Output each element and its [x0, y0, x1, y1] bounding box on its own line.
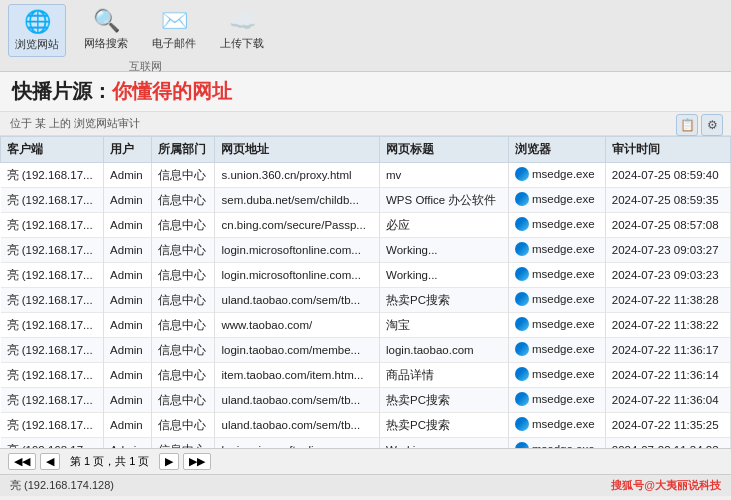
- toolbar-item-browse-website[interactable]: 🌐 浏览网站: [8, 4, 66, 57]
- cell-time: 2024-07-22 11:38:22: [605, 313, 730, 338]
- table-row[interactable]: 亮 (192.168.17...Admin信息中心uland.taobao.co…: [1, 288, 731, 313]
- cell-time: 2024-07-22 11:38:28: [605, 288, 730, 313]
- col-title: 网页标题: [380, 137, 509, 163]
- browser-name: msedge.exe: [532, 368, 595, 380]
- browser-cell-content: msedge.exe: [515, 217, 595, 231]
- cell-client: 亮 (192.168.17...: [1, 213, 104, 238]
- cell-time: 2024-07-25 08:59:40: [605, 163, 730, 188]
- cell-browser: msedge.exe: [508, 438, 605, 449]
- cell-title: Working...: [380, 438, 509, 449]
- col-dept: 所属部门: [151, 137, 215, 163]
- browse-website-icon: 🌐: [24, 9, 51, 35]
- table-row[interactable]: 亮 (192.168.17...Admin信息中心login.microsoft…: [1, 263, 731, 288]
- cell-client: 亮 (192.168.17...: [1, 238, 104, 263]
- page-title-prefix: 快播片源：: [12, 80, 112, 102]
- cell-dept: 信息中心: [151, 338, 215, 363]
- table-row[interactable]: 亮 (192.168.17...Admin信息中心s.union.360.cn/…: [1, 163, 731, 188]
- cell-user: Admin: [104, 338, 152, 363]
- table-row[interactable]: 亮 (192.168.17...Admin信息中心login.microsoft…: [1, 438, 731, 449]
- cell-url: login.taobao.com/membe...: [215, 338, 380, 363]
- page-header: 快播片源：你懂得的网址: [0, 72, 731, 112]
- control-btn-2[interactable]: ⚙: [701, 114, 723, 136]
- cell-browser: msedge.exe: [508, 188, 605, 213]
- cell-user: Admin: [104, 363, 152, 388]
- cell-user: Admin: [104, 388, 152, 413]
- table-row[interactable]: 亮 (192.168.17...Admin信息中心item.taobao.com…: [1, 363, 731, 388]
- table-body: 亮 (192.168.17...Admin信息中心s.union.360.cn/…: [1, 163, 731, 449]
- cell-browser: msedge.exe: [508, 238, 605, 263]
- col-time: 审计时间: [605, 137, 730, 163]
- cell-browser: msedge.exe: [508, 413, 605, 438]
- cell-client: 亮 (192.168.17...: [1, 338, 104, 363]
- pagination-last[interactable]: ▶▶: [183, 453, 211, 470]
- cell-dept: 信息中心: [151, 363, 215, 388]
- cell-url: uland.taobao.com/sem/tb...: [215, 288, 380, 313]
- table-row[interactable]: 亮 (192.168.17...Admin信息中心uland.taobao.co…: [1, 388, 731, 413]
- toolbar-item-browse-website-label: 浏览网站: [15, 37, 59, 52]
- edge-browser-icon: [515, 192, 529, 206]
- cell-client: 亮 (192.168.17...: [1, 388, 104, 413]
- table-row[interactable]: 亮 (192.168.17...Admin信息中心login.microsoft…: [1, 238, 731, 263]
- cell-dept: 信息中心: [151, 313, 215, 338]
- edge-browser-icon: [515, 342, 529, 356]
- cell-client: 亮 (192.168.17...: [1, 163, 104, 188]
- cell-user: Admin: [104, 288, 152, 313]
- cell-dept: 信息中心: [151, 163, 215, 188]
- edge-browser-icon: [515, 217, 529, 231]
- cell-title: mv: [380, 163, 509, 188]
- top-controls: 📋 ⚙: [676, 114, 723, 136]
- cell-url: sem.duba.net/sem/childb...: [215, 188, 380, 213]
- cell-title: WPS Office 办公软件: [380, 188, 509, 213]
- table-row[interactable]: 亮 (192.168.17...Admin信息中心login.taobao.co…: [1, 338, 731, 363]
- browser-cell-content: msedge.exe: [515, 342, 595, 356]
- cell-dept: 信息中心: [151, 413, 215, 438]
- cell-user: Admin: [104, 413, 152, 438]
- cell-url: uland.taobao.com/sem/tb...: [215, 388, 380, 413]
- cell-client: 亮 (192.168.17...: [1, 313, 104, 338]
- cell-title: 热卖PC搜索: [380, 413, 509, 438]
- cell-user: Admin: [104, 263, 152, 288]
- table-row[interactable]: 亮 (192.168.17...Admin信息中心www.taobao.com/…: [1, 313, 731, 338]
- cell-url: login.microsoftonline.com...: [215, 438, 380, 449]
- browser-name: msedge.exe: [532, 168, 595, 180]
- table-row[interactable]: 亮 (192.168.17...Admin信息中心cn.bing.com/sec…: [1, 213, 731, 238]
- control-btn-1[interactable]: 📋: [676, 114, 698, 136]
- edge-browser-icon: [515, 317, 529, 331]
- pagination-bar: ◀◀ ◀ 第 1 页，共 1 页 ▶ ▶▶: [0, 448, 731, 474]
- toolbar-item-email[interactable]: ✉️ 电子邮件: [146, 4, 202, 57]
- cell-browser: msedge.exe: [508, 288, 605, 313]
- toolbar-item-upload-download[interactable]: ☁️ 上传下载: [214, 4, 270, 57]
- cell-client: 亮 (192.168.17...: [1, 363, 104, 388]
- cell-user: Admin: [104, 438, 152, 449]
- pagination-next[interactable]: ▶: [159, 453, 179, 470]
- cell-client: 亮 (192.168.17...: [1, 263, 104, 288]
- breadcrumb-bar: 位于 某 上的 浏览网站审计 📋 ⚙: [0, 112, 731, 136]
- breadcrumb: 位于 某 上的 浏览网站审计: [10, 116, 140, 131]
- cell-client: 亮 (192.168.17...: [1, 288, 104, 313]
- toolbar-item-web-search[interactable]: 🔍 网络搜索: [78, 4, 134, 57]
- edge-browser-icon: [515, 392, 529, 406]
- cell-browser: msedge.exe: [508, 213, 605, 238]
- browser-name: msedge.exe: [532, 193, 595, 205]
- pagination-prev[interactable]: ◀: [40, 453, 60, 470]
- browser-cell-content: msedge.exe: [515, 267, 595, 281]
- toolbar: 🌐 浏览网站 🔍 网络搜索 ✉️ 电子邮件 ☁️ 上传下载 互联网: [0, 0, 731, 72]
- pagination-first[interactable]: ◀◀: [8, 453, 36, 470]
- watermark: 搜狐号@大夷丽说科技: [611, 478, 721, 493]
- table-row[interactable]: 亮 (192.168.17...Admin信息中心sem.duba.net/se…: [1, 188, 731, 213]
- cell-dept: 信息中心: [151, 388, 215, 413]
- toolbar-group-items: 🌐 浏览网站 🔍 网络搜索 ✉️ 电子邮件 ☁️ 上传下载: [8, 4, 282, 57]
- cell-url: www.taobao.com/: [215, 313, 380, 338]
- browser-name: msedge.exe: [532, 318, 595, 330]
- edge-browser-icon: [515, 267, 529, 281]
- cell-user: Admin: [104, 213, 152, 238]
- cell-browser: msedge.exe: [508, 163, 605, 188]
- table-row[interactable]: 亮 (192.168.17...Admin信息中心uland.taobao.co…: [1, 413, 731, 438]
- page-title-suffix: 你懂得的网址: [112, 80, 232, 102]
- cell-url: s.union.360.cn/proxy.html: [215, 163, 380, 188]
- cell-url: cn.bing.com/secure/Passp...: [215, 213, 380, 238]
- cell-client: 亮 (192.168.17...: [1, 413, 104, 438]
- browser-cell-content: msedge.exe: [515, 242, 595, 256]
- cell-time: 2024-07-22 11:36:17: [605, 338, 730, 363]
- cell-browser: msedge.exe: [508, 388, 605, 413]
